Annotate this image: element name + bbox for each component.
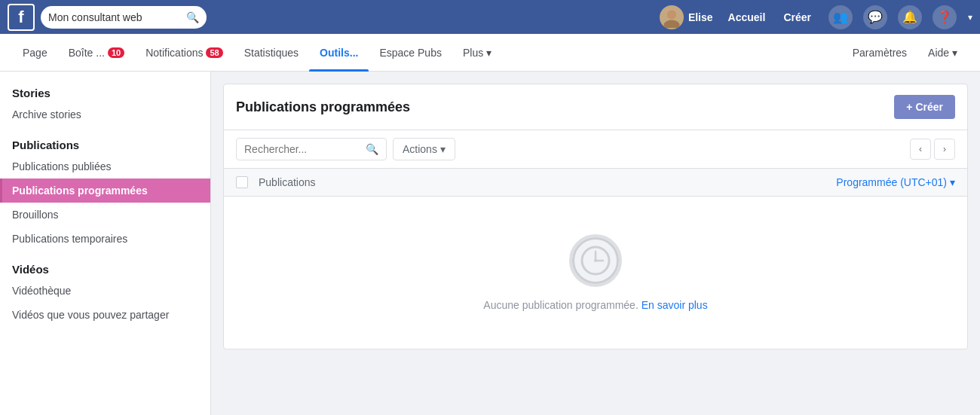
clock-face <box>572 237 619 284</box>
content-panel: Publications programmées + Créer 🔍 Actio… <box>223 84 968 349</box>
sidebar: Stories Archive stories Publications Pub… <box>0 72 211 415</box>
panel-title: Publications programmées <box>236 99 410 115</box>
clock-icon <box>569 234 622 287</box>
nav-accueil[interactable]: Accueil <box>719 11 775 23</box>
search-icon: 🔍 <box>186 11 199 23</box>
create-button[interactable]: + Créer <box>894 95 955 119</box>
search-publications-input[interactable] <box>244 143 361 155</box>
tab-outils[interactable]: Outils... <box>309 34 369 72</box>
col-programmee-header[interactable]: Programmée (UTC+01) ▾ <box>836 176 955 188</box>
sidebar-section-videos: Vidéos <box>0 257 210 279</box>
sidebar-item-videotheque[interactable]: Vidéothèque <box>0 279 210 303</box>
sidebar-section-publications: Publications <box>0 133 210 154</box>
toolbar-right: ‹ › <box>910 139 955 160</box>
page-tabs: Page Boîte ... 10 Notifications 58 Stati… <box>0 34 980 72</box>
nav-chevron-icon[interactable]: ▾ <box>968 12 972 23</box>
nav-links: Accueil Créer <box>719 11 820 23</box>
empty-message: Aucune publication programmée. En savoir… <box>483 299 707 311</box>
main-layout: Stories Archive stories Publications Pub… <box>0 72 980 415</box>
col-publications-header: Publications <box>259 176 836 188</box>
messenger-icon: 💬 <box>868 10 883 24</box>
search-bar[interactable]: 🔍 <box>41 6 207 29</box>
people-icon-btn[interactable]: 👥 <box>828 5 853 29</box>
people-icon: 👥 <box>833 10 848 24</box>
avatar <box>660 5 684 29</box>
tab-espace-pubs[interactable]: Espace Pubs <box>369 34 452 72</box>
search-field[interactable]: 🔍 <box>236 138 387 160</box>
header-checkbox-col <box>236 176 259 188</box>
content-area: Publications programmées + Créer 🔍 Actio… <box>211 72 980 415</box>
boite-badge: 10 <box>108 47 124 58</box>
svg-point-0 <box>667 10 676 19</box>
sidebar-item-brouillons[interactable]: Brouillons <box>0 203 210 227</box>
tab-page[interactable]: Page <box>12 34 58 72</box>
sort-icon: ▾ <box>950 176 955 188</box>
sidebar-section-stories: Stories <box>0 81 210 102</box>
empty-state: Aucune publication programmée. En savoir… <box>224 197 967 349</box>
clock-svg <box>580 246 611 276</box>
panel-header: Publications programmées + Créer <box>224 84 967 130</box>
table-header: Publications Programmée (UTC+01) ▾ <box>224 169 967 197</box>
sidebar-item-archive-stories[interactable]: Archive stories <box>0 102 210 127</box>
help-icon: ❓ <box>937 10 952 24</box>
tab-aide[interactable]: Aide ▾ <box>917 34 968 72</box>
learn-more-link[interactable]: En savoir plus <box>642 299 708 311</box>
search-field-icon: 🔍 <box>366 143 378 155</box>
sidebar-item-publications-temporaires[interactable]: Publications temporaires <box>0 227 210 251</box>
tab-parametres[interactable]: Paramètres <box>842 34 917 72</box>
actions-button[interactable]: Actions ▾ <box>393 138 455 160</box>
tab-statistiques[interactable]: Statistiques <box>234 34 309 72</box>
bell-icon: 🔔 <box>902 10 917 24</box>
select-all-checkbox[interactable] <box>236 176 248 188</box>
notifications-icon-btn[interactable]: 🔔 <box>898 5 922 29</box>
toolbar-left: 🔍 Actions ▾ <box>236 138 455 160</box>
messenger-icon-btn[interactable]: 💬 <box>863 5 887 29</box>
next-arrow[interactable]: › <box>934 139 955 160</box>
help-icon-btn[interactable]: ❓ <box>933 5 957 29</box>
svg-point-5 <box>594 259 597 262</box>
user-profile[interactable]: Elise <box>660 5 713 29</box>
notifications-badge: 58 <box>206 47 222 58</box>
nav-creer[interactable]: Créer <box>774 11 820 23</box>
user-name: Elise <box>688 11 713 23</box>
tab-notifications[interactable]: Notifications 58 <box>135 34 234 72</box>
prev-arrow[interactable]: ‹ <box>910 139 931 160</box>
svg-point-1 <box>663 20 679 28</box>
top-navigation: f 🔍 Elise Accueil Créer 👥 💬 🔔 ❓ ▾ <box>0 0 980 34</box>
toolbar: 🔍 Actions ▾ ‹ › <box>224 130 967 169</box>
sidebar-item-videos-partager[interactable]: Vidéos que vous pouvez partager <box>0 303 210 327</box>
search-input[interactable] <box>48 11 182 23</box>
sidebar-item-publications-publiees[interactable]: Publications publiées <box>0 154 210 179</box>
tab-plus[interactable]: Plus ▾ <box>452 34 502 72</box>
tab-boite[interactable]: Boîte ... 10 <box>58 34 136 72</box>
facebook-logo[interactable]: f <box>8 4 35 31</box>
sidebar-item-publications-programmees[interactable]: Publications programmées <box>0 179 210 203</box>
